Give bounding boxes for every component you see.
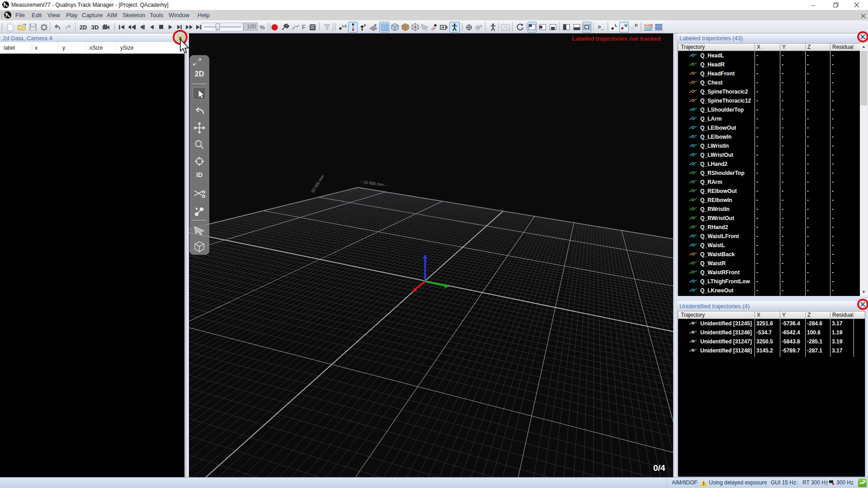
svg-text:U: U — [624, 23, 627, 28]
svg-text:D: D — [635, 23, 638, 28]
svg-text:!: ! — [703, 481, 704, 486]
svg-text:F: F — [374, 23, 377, 28]
svg-text:F: F — [364, 23, 366, 28]
svg-text:L: L — [615, 23, 618, 28]
svg-text:L2: L2 — [342, 24, 347, 28]
svg-text:CbOIO: CbOIO — [644, 28, 652, 31]
